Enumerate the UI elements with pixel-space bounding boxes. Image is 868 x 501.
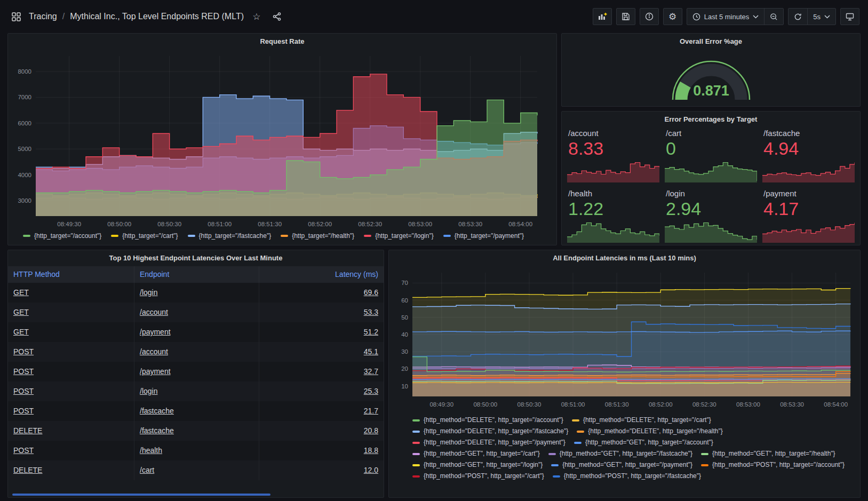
endpoint-link[interactable]: /cart — [140, 466, 154, 474]
legend-item[interactable]: {http_target="/health"} — [281, 232, 354, 240]
table-horizontal-scrollbar[interactable] — [12, 494, 270, 496]
legend-item[interactable]: {http_target="/login"} — [364, 232, 434, 240]
legend-item[interactable]: {http_method="DELETE", http_target="/acc… — [412, 415, 563, 426]
refresh-button[interactable] — [789, 9, 807, 25]
legend-row: {http_method="DELETE", http_target="/acc… — [389, 415, 860, 426]
breadcrumb-section[interactable]: Tracing — [29, 12, 57, 21]
add-panel-button[interactable] — [593, 8, 612, 25]
endpoint-link[interactable]: /account — [140, 308, 168, 316]
legend-item[interactable]: {http_method="DELETE", http_target="/car… — [572, 415, 711, 426]
endpoint-link[interactable]: /fastcache — [140, 407, 174, 415]
method-link[interactable]: POST — [13, 367, 34, 376]
legend-label: {http_target="/login"} — [375, 232, 434, 240]
method-link[interactable]: DELETE — [13, 426, 42, 435]
panel-latency-table: Top 10 Highest Endpoint Latencies Over L… — [7, 250, 384, 498]
method-link[interactable]: GET — [13, 308, 29, 316]
method-link[interactable]: DELETE — [13, 466, 42, 474]
legend-item[interactable]: {http_method="DELETE", http_target="/pay… — [412, 437, 566, 448]
endpoint-link[interactable]: /login — [140, 387, 157, 395]
table-cell: /health — [134, 441, 259, 460]
y-axis-label: 3000 — [18, 197, 31, 204]
endpoint-link[interactable]: /fastcache — [140, 426, 174, 435]
panel-title[interactable]: Overall Error %age — [562, 34, 860, 49]
legend-row: {http_method="GET", http_target="/cart"}… — [389, 448, 860, 459]
zoom-out-time-button[interactable] — [764, 9, 783, 25]
endpoint-link[interactable]: /payment — [140, 367, 171, 376]
stat-sparkline — [665, 159, 757, 182]
latency-link[interactable]: 21.7 — [364, 407, 378, 415]
legend-label: {http_method="POST", http_target="/accou… — [712, 459, 845, 471]
latency-link[interactable]: 18.8 — [364, 446, 378, 455]
method-link[interactable]: GET — [13, 328, 29, 336]
column-header-endpoint[interactable]: Endpoint — [134, 266, 259, 283]
legend-item[interactable]: {http_method="POST", http_target="/cart"… — [412, 471, 544, 482]
endpoint-link[interactable]: /health — [140, 446, 162, 455]
legend-item[interactable]: {http_target="/fastcache"} — [188, 232, 272, 240]
dashboard-title[interactable]: Mythical Inc., Top Level Endpoints RED (… — [70, 12, 244, 21]
legend-item[interactable]: {http_method="GET", http_target="/health… — [701, 448, 835, 459]
x-axis-label: 08:52:30 — [358, 221, 382, 227]
endpoint-link[interactable]: /account — [140, 347, 168, 356]
latencies-chart[interactable]: 1020304050607008:49:3008:50:0008:50:3008… — [389, 265, 859, 410]
legend-item[interactable]: {http_method="GET", http_target="/accoun… — [574, 437, 713, 448]
table-cell: /fastcache — [134, 401, 259, 421]
save-dashboard-icon[interactable] — [616, 8, 635, 25]
panel-title[interactable]: Request Rate — [8, 34, 556, 49]
stat-cell: /login2.94 — [665, 188, 757, 243]
legend-item[interactable]: {http_method="DELETE", http_target="/fas… — [412, 426, 568, 437]
latency-link[interactable]: 45.1 — [364, 347, 378, 356]
legend-item[interactable]: {http_method="DELETE", http_target="/hea… — [577, 426, 723, 437]
latency-table-body: GET/login69.6GET/account53.3GET/payment5… — [8, 283, 384, 480]
apps-grid-icon[interactable] — [9, 9, 23, 24]
latency-link[interactable]: 53.3 — [364, 308, 378, 316]
legend-item[interactable]: {http_target="/payment"} — [443, 232, 524, 240]
legend-item[interactable]: {http_method="GET", http_target="/fastca… — [548, 448, 692, 459]
legend-swatch — [412, 419, 420, 422]
time-range-picker[interactable]: Last 5 minutes — [687, 9, 765, 25]
legend-item[interactable]: {http_method="GET", http_target="/cart"} — [412, 448, 540, 459]
legend-swatch — [574, 442, 582, 444]
kiosk-mode-icon[interactable] — [840, 8, 859, 25]
latency-link[interactable]: 20.8 — [364, 426, 378, 435]
latency-link[interactable]: 51.2 — [364, 328, 378, 336]
latency-link[interactable]: 25.3 — [364, 387, 378, 395]
x-axis-label: 08:50:00 — [107, 221, 131, 227]
column-header-latency[interactable]: Latency (ms) — [259, 266, 384, 283]
legend-item[interactable]: {http_method="GET", http_target="/paymen… — [551, 459, 692, 471]
column-header-method[interactable]: HTTP Method — [8, 266, 134, 283]
method-link[interactable]: POST — [13, 347, 34, 356]
method-link[interactable]: GET — [13, 288, 29, 297]
legend-item[interactable]: {http_target="/account"} — [23, 232, 101, 240]
method-link[interactable]: POST — [13, 407, 34, 415]
refresh-interval-picker[interactable]: 5s — [807, 9, 835, 25]
method-link[interactable]: POST — [13, 387, 34, 395]
table-cell: 45.1 — [259, 342, 384, 362]
panel-title[interactable]: All Endpoint Latencies in ms (Last 10 mi… — [389, 250, 860, 265]
legend-item[interactable]: {http_method="GET", http_target="/login"… — [412, 459, 543, 471]
latency-link[interactable]: 12.0 — [364, 466, 378, 474]
stat-sparkline — [567, 219, 659, 243]
table-cell: DELETE — [8, 421, 134, 441]
x-axis-label: 08:49:30 — [57, 221, 81, 227]
x-axis-label: 08:49:30 — [429, 401, 453, 408]
dashboard-settings-icon[interactable]: ⚙ — [663, 8, 682, 25]
request-rate-chart[interactable]: 30004000500060007000800008:49:3008:50:00… — [8, 49, 555, 230]
legend-item[interactable]: {http_target="/cart"} — [111, 232, 178, 240]
table-cell: /login — [134, 283, 259, 303]
legend-item[interactable]: {http_method="POST", http_target="/accou… — [701, 459, 845, 471]
table-cell: 32.7 — [259, 362, 384, 381]
panel-title[interactable]: Top 10 Highest Endpoint Latencies Over L… — [8, 250, 384, 265]
share-icon[interactable] — [269, 9, 284, 24]
table-row: GET/payment51.2 — [8, 322, 384, 342]
stat-sparkline — [762, 159, 855, 182]
dashboard-insights-icon[interactable] — [640, 8, 659, 25]
endpoint-link[interactable]: /login — [140, 288, 157, 297]
method-link[interactable]: POST — [13, 446, 34, 455]
legend-item[interactable]: {http_method="POST", http_target="/fastc… — [553, 471, 701, 482]
star-icon[interactable]: ☆ — [249, 9, 264, 24]
panel-title[interactable]: Error Percentages by Target — [562, 112, 860, 126]
endpoint-link[interactable]: /payment — [140, 328, 171, 336]
latency-link[interactable]: 69.6 — [364, 288, 378, 297]
table-cell: POST — [8, 342, 134, 362]
latency-link[interactable]: 32.7 — [364, 367, 378, 376]
